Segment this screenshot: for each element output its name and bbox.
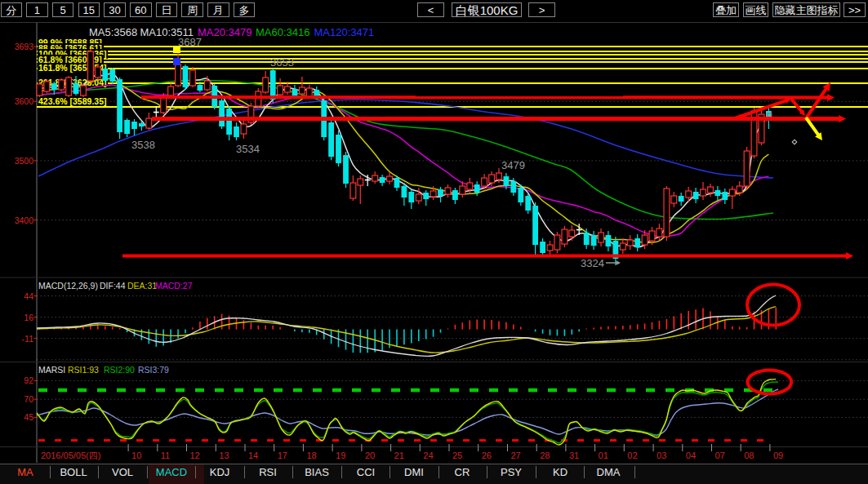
svg-text:27: 27	[511, 451, 521, 460]
svg-text:02: 02	[627, 451, 637, 460]
svg-text:25: 25	[452, 451, 462, 460]
svg-text:DEA:31: DEA:31	[127, 281, 157, 291]
svg-text:DIF:44: DIF:44	[100, 281, 126, 291]
svg-text:MA60:3416: MA60:3416	[256, 26, 310, 38]
svg-text:31: 31	[569, 451, 579, 460]
svg-text:3479: 3479	[501, 159, 525, 171]
svg-text:2016/05/05(四): 2016/05/05(四)	[41, 451, 100, 460]
svg-text:MA5:3568: MA5:3568	[89, 26, 137, 38]
svg-text:423.6% [3589.35]: 423.6% [3589.35]	[38, 96, 106, 106]
svg-text:09: 09	[773, 451, 783, 460]
svg-text:3500: 3500	[15, 156, 34, 166]
svg-text:24: 24	[423, 451, 433, 460]
svg-text:20: 20	[365, 451, 375, 460]
svg-text:01: 01	[599, 451, 608, 460]
svg-text:MA10:3511: MA10:3511	[140, 26, 194, 38]
svg-text:45: 45	[24, 412, 33, 422]
svg-text:08: 08	[744, 451, 754, 460]
svg-text:07: 07	[715, 451, 725, 460]
svg-text:10: 10	[131, 451, 141, 460]
svg-text:-11: -11	[22, 334, 34, 344]
svg-text:44: 44	[24, 291, 33, 301]
svg-text:MA20:3479: MA20:3479	[198, 26, 252, 38]
svg-text:16: 16	[24, 313, 33, 322]
svg-text:3400: 3400	[15, 215, 34, 225]
svg-text:3324: 3324	[581, 257, 604, 269]
svg-text:18: 18	[306, 451, 316, 460]
svg-text:92: 92	[24, 375, 33, 385]
svg-text:13: 13	[219, 451, 229, 460]
svg-text:RSI2:90: RSI2:90	[104, 365, 135, 375]
svg-text:3538: 3538	[131, 139, 155, 151]
svg-text:28: 28	[540, 451, 550, 460]
svg-text:26: 26	[482, 451, 492, 460]
svg-text:RSI1:93: RSI1:93	[68, 365, 99, 375]
svg-text:21: 21	[394, 451, 404, 460]
svg-text:3600: 3600	[15, 96, 34, 106]
svg-text:11: 11	[161, 451, 170, 460]
svg-text:MARSI: MARSI	[38, 365, 65, 375]
svg-text:12: 12	[190, 451, 200, 460]
svg-text:MA120:3471: MA120:3471	[314, 26, 375, 38]
svg-text:19: 19	[336, 451, 345, 460]
svg-text:03: 03	[657, 451, 666, 460]
svg-text:04: 04	[686, 451, 696, 460]
svg-text:3653: 3653	[270, 56, 294, 69]
svg-text:14: 14	[248, 451, 258, 460]
svg-text:3534: 3534	[236, 143, 260, 155]
svg-text:MACD:27: MACD:27	[155, 281, 193, 291]
svg-text:17: 17	[278, 451, 287, 460]
svg-text:RSI3:79: RSI3:79	[138, 365, 169, 375]
svg-text:3693: 3693	[15, 42, 34, 51]
svg-text:MACD(12,26,9): MACD(12,26,9)	[38, 281, 98, 291]
svg-text:70: 70	[24, 394, 33, 404]
